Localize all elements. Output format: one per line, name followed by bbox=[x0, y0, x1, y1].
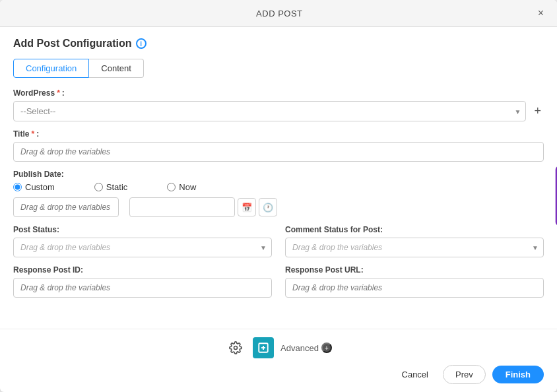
post-status-select[interactable]: Drag & drop the variables bbox=[13, 238, 272, 257]
response-post-url-label: Response Post URL: bbox=[285, 265, 544, 275]
footer-actions: Cancel Prev Finish bbox=[13, 365, 544, 384]
gear-icon bbox=[229, 341, 242, 354]
radio-custom[interactable]: Custom bbox=[13, 182, 55, 192]
tab-content[interactable]: Content bbox=[89, 59, 144, 78]
cancel-button[interactable]: Cancel bbox=[394, 366, 436, 383]
wordpress-select-wrap: --Select-- ▼ bbox=[13, 101, 526, 121]
footer-icons: Advanced + bbox=[13, 337, 544, 358]
response-row: Response Post ID: Response Post URL: bbox=[13, 265, 544, 298]
comment-status-select[interactable]: Drag & drop the variables bbox=[285, 238, 544, 257]
title-required: * bbox=[31, 129, 34, 139]
comment-status-dropdown: Drag & drop the variables ▼ bbox=[285, 238, 544, 257]
advanced-label: Advanced + bbox=[280, 343, 332, 353]
wordpress-select[interactable]: --Select-- bbox=[13, 101, 526, 121]
svg-point-0 bbox=[234, 346, 238, 350]
modal-header: ADD POST × bbox=[0, 0, 557, 27]
plus-square-icon bbox=[257, 342, 269, 354]
modal-body: Add Post Configuration i Configuration C… bbox=[0, 27, 557, 329]
add-content-icon-button[interactable] bbox=[253, 337, 274, 358]
clock-icon-button[interactable]: 🕐 bbox=[259, 198, 277, 216]
publish-date-section: Publish Date: Custom Static bbox=[13, 170, 544, 217]
radio-now[interactable]: Now bbox=[167, 182, 196, 192]
wordpress-required: * bbox=[57, 88, 60, 98]
tab-configuration[interactable]: Configuration bbox=[13, 59, 89, 78]
finish-button[interactable]: Finish bbox=[492, 366, 544, 383]
advanced-plus-button[interactable]: + bbox=[321, 343, 332, 353]
modal-title: ADD POST bbox=[24, 9, 535, 18]
post-status-label: Post Status: bbox=[13, 225, 272, 234]
response-post-id-label: Response Post ID: bbox=[13, 265, 272, 275]
wordpress-select-row: --Select-- ▼ + bbox=[13, 101, 544, 121]
post-status-dropdown: Drag & drop the variables ▼ bbox=[13, 238, 272, 257]
publish-date-custom-input[interactable] bbox=[13, 197, 119, 217]
response-post-url-col: Response Post URL: bbox=[285, 265, 544, 298]
publish-date-inputs: 9/23/2020 4:59 PM 📅 🕐 bbox=[13, 197, 544, 217]
tab-bar: Configuration Content bbox=[13, 59, 544, 78]
wordpress-field-row: WordPress * : --Select-- ▼ + bbox=[13, 88, 544, 121]
response-post-id-col: Response Post ID: bbox=[13, 265, 272, 298]
calendar-icon-button[interactable]: 📅 bbox=[238, 198, 256, 216]
calendar-icon: 📅 bbox=[242, 203, 252, 212]
wordpress-label: WordPress * : bbox=[13, 88, 544, 98]
modal-footer: Advanced + Cancel Prev Finish bbox=[0, 329, 557, 392]
publish-date-radio-row: Custom Static Now bbox=[13, 182, 544, 192]
publish-date-label: Publish Date: bbox=[13, 170, 544, 179]
radio-static[interactable]: Static bbox=[94, 182, 128, 192]
status-row: Post Status: Drag & drop the variables ▼… bbox=[13, 225, 544, 257]
clock-icon: 🕐 bbox=[263, 203, 273, 212]
prev-button[interactable]: Prev bbox=[443, 365, 486, 384]
title-field-row: Title * : bbox=[13, 129, 544, 162]
response-post-url-input[interactable] bbox=[285, 278, 544, 298]
publish-date-static-wrap: 9/23/2020 4:59 PM 📅 🕐 bbox=[129, 197, 277, 217]
title-input[interactable] bbox=[13, 142, 544, 162]
post-status-col: Post Status: Drag & drop the variables ▼ bbox=[13, 225, 272, 257]
comment-status-label: Comment Status for Post: bbox=[285, 225, 544, 234]
comment-status-col: Comment Status for Post: Drag & drop the… bbox=[285, 225, 544, 257]
publish-date-static-input[interactable]: 9/23/2020 4:59 PM bbox=[129, 197, 235, 217]
section-title: Add Post Configuration i bbox=[13, 38, 544, 49]
info-icon[interactable]: i bbox=[136, 38, 147, 49]
response-post-id-input[interactable] bbox=[13, 278, 272, 298]
wordpress-add-button[interactable]: + bbox=[531, 102, 544, 121]
close-button[interactable]: × bbox=[535, 7, 546, 20]
settings-icon-button[interactable] bbox=[225, 337, 246, 358]
title-label: Title * : bbox=[13, 129, 544, 139]
